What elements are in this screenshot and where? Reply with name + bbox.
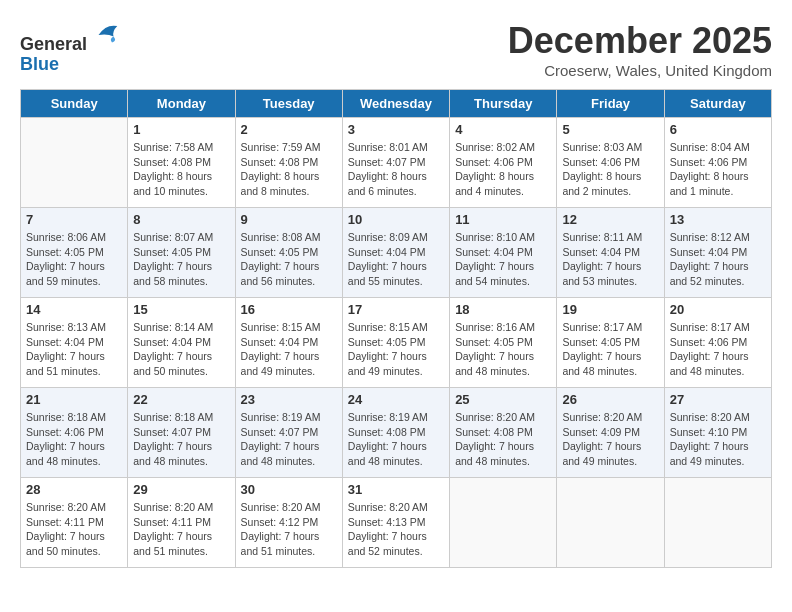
- title-block: December 2025 Croeserw, Wales, United Ki…: [508, 20, 772, 79]
- day-info: Sunrise: 8:20 AM Sunset: 4:12 PM Dayligh…: [241, 500, 337, 559]
- day-of-week-header: Sunday: [21, 90, 128, 118]
- day-info: Sunrise: 8:06 AM Sunset: 4:05 PM Dayligh…: [26, 230, 122, 289]
- calendar-cell: 25Sunrise: 8:20 AM Sunset: 4:08 PM Dayli…: [450, 388, 557, 478]
- calendar-cell: 10Sunrise: 8:09 AM Sunset: 4:04 PM Dayli…: [342, 208, 449, 298]
- calendar-cell: 6Sunrise: 8:04 AM Sunset: 4:06 PM Daylig…: [664, 118, 771, 208]
- calendar-cell: 16Sunrise: 8:15 AM Sunset: 4:04 PM Dayli…: [235, 298, 342, 388]
- calendar-cell: 14Sunrise: 8:13 AM Sunset: 4:04 PM Dayli…: [21, 298, 128, 388]
- day-of-week-header: Thursday: [450, 90, 557, 118]
- calendar-cell: 8Sunrise: 8:07 AM Sunset: 4:05 PM Daylig…: [128, 208, 235, 298]
- day-info: Sunrise: 8:03 AM Sunset: 4:06 PM Dayligh…: [562, 140, 658, 199]
- calendar-week-row: 14Sunrise: 8:13 AM Sunset: 4:04 PM Dayli…: [21, 298, 772, 388]
- day-info: Sunrise: 8:18 AM Sunset: 4:07 PM Dayligh…: [133, 410, 229, 469]
- calendar-table: SundayMondayTuesdayWednesdayThursdayFrid…: [20, 89, 772, 568]
- day-number: 6: [670, 122, 766, 137]
- month-title: December 2025: [508, 20, 772, 62]
- day-info: Sunrise: 8:08 AM Sunset: 4:05 PM Dayligh…: [241, 230, 337, 289]
- day-number: 13: [670, 212, 766, 227]
- calendar-cell: 26Sunrise: 8:20 AM Sunset: 4:09 PM Dayli…: [557, 388, 664, 478]
- day-info: Sunrise: 8:17 AM Sunset: 4:06 PM Dayligh…: [670, 320, 766, 379]
- day-number: 19: [562, 302, 658, 317]
- calendar-cell: 17Sunrise: 8:15 AM Sunset: 4:05 PM Dayli…: [342, 298, 449, 388]
- logo-blue: Blue: [20, 54, 59, 74]
- day-number: 4: [455, 122, 551, 137]
- day-info: Sunrise: 8:17 AM Sunset: 4:05 PM Dayligh…: [562, 320, 658, 379]
- day-number: 15: [133, 302, 229, 317]
- day-number: 20: [670, 302, 766, 317]
- day-number: 29: [133, 482, 229, 497]
- calendar-cell: 28Sunrise: 8:20 AM Sunset: 4:11 PM Dayli…: [21, 478, 128, 568]
- calendar-cell: 2Sunrise: 7:59 AM Sunset: 4:08 PM Daylig…: [235, 118, 342, 208]
- day-number: 12: [562, 212, 658, 227]
- day-number: 8: [133, 212, 229, 227]
- location: Croeserw, Wales, United Kingdom: [508, 62, 772, 79]
- day-number: 30: [241, 482, 337, 497]
- logo-bird-icon: [91, 20, 121, 50]
- day-of-week-header: Friday: [557, 90, 664, 118]
- calendar-cell: [21, 118, 128, 208]
- calendar-cell: [664, 478, 771, 568]
- calendar-cell: 29Sunrise: 8:20 AM Sunset: 4:11 PM Dayli…: [128, 478, 235, 568]
- calendar-cell: 27Sunrise: 8:20 AM Sunset: 4:10 PM Dayli…: [664, 388, 771, 478]
- calendar-week-row: 1Sunrise: 7:58 AM Sunset: 4:08 PM Daylig…: [21, 118, 772, 208]
- calendar-cell: 15Sunrise: 8:14 AM Sunset: 4:04 PM Dayli…: [128, 298, 235, 388]
- calendar-cell: 1Sunrise: 7:58 AM Sunset: 4:08 PM Daylig…: [128, 118, 235, 208]
- day-of-week-header: Tuesday: [235, 90, 342, 118]
- day-number: 11: [455, 212, 551, 227]
- calendar-cell: 11Sunrise: 8:10 AM Sunset: 4:04 PM Dayli…: [450, 208, 557, 298]
- calendar-cell: 21Sunrise: 8:18 AM Sunset: 4:06 PM Dayli…: [21, 388, 128, 478]
- day-info: Sunrise: 7:59 AM Sunset: 4:08 PM Dayligh…: [241, 140, 337, 199]
- day-info: Sunrise: 8:20 AM Sunset: 4:11 PM Dayligh…: [133, 500, 229, 559]
- day-info: Sunrise: 8:16 AM Sunset: 4:05 PM Dayligh…: [455, 320, 551, 379]
- day-info: Sunrise: 8:18 AM Sunset: 4:06 PM Dayligh…: [26, 410, 122, 469]
- day-info: Sunrise: 8:09 AM Sunset: 4:04 PM Dayligh…: [348, 230, 444, 289]
- calendar-week-row: 28Sunrise: 8:20 AM Sunset: 4:11 PM Dayli…: [21, 478, 772, 568]
- day-info: Sunrise: 8:13 AM Sunset: 4:04 PM Dayligh…: [26, 320, 122, 379]
- calendar-cell: 7Sunrise: 8:06 AM Sunset: 4:05 PM Daylig…: [21, 208, 128, 298]
- calendar-cell: 4Sunrise: 8:02 AM Sunset: 4:06 PM Daylig…: [450, 118, 557, 208]
- day-number: 5: [562, 122, 658, 137]
- calendar-cell: 20Sunrise: 8:17 AM Sunset: 4:06 PM Dayli…: [664, 298, 771, 388]
- day-number: 1: [133, 122, 229, 137]
- day-number: 26: [562, 392, 658, 407]
- calendar-cell: 30Sunrise: 8:20 AM Sunset: 4:12 PM Dayli…: [235, 478, 342, 568]
- logo-general: General: [20, 34, 87, 54]
- day-number: 17: [348, 302, 444, 317]
- day-number: 14: [26, 302, 122, 317]
- calendar-cell: 22Sunrise: 8:18 AM Sunset: 4:07 PM Dayli…: [128, 388, 235, 478]
- calendar-cell: 3Sunrise: 8:01 AM Sunset: 4:07 PM Daylig…: [342, 118, 449, 208]
- day-info: Sunrise: 8:07 AM Sunset: 4:05 PM Dayligh…: [133, 230, 229, 289]
- logo-text: General Blue: [20, 20, 121, 75]
- day-info: Sunrise: 8:20 AM Sunset: 4:08 PM Dayligh…: [455, 410, 551, 469]
- day-info: Sunrise: 8:10 AM Sunset: 4:04 PM Dayligh…: [455, 230, 551, 289]
- day-info: Sunrise: 7:58 AM Sunset: 4:08 PM Dayligh…: [133, 140, 229, 199]
- day-number: 16: [241, 302, 337, 317]
- day-info: Sunrise: 8:15 AM Sunset: 4:04 PM Dayligh…: [241, 320, 337, 379]
- day-info: Sunrise: 8:14 AM Sunset: 4:04 PM Dayligh…: [133, 320, 229, 379]
- day-info: Sunrise: 8:20 AM Sunset: 4:11 PM Dayligh…: [26, 500, 122, 559]
- day-number: 2: [241, 122, 337, 137]
- calendar-week-row: 7Sunrise: 8:06 AM Sunset: 4:05 PM Daylig…: [21, 208, 772, 298]
- day-info: Sunrise: 8:02 AM Sunset: 4:06 PM Dayligh…: [455, 140, 551, 199]
- day-of-week-header: Wednesday: [342, 90, 449, 118]
- day-info: Sunrise: 8:19 AM Sunset: 4:07 PM Dayligh…: [241, 410, 337, 469]
- page-header: General Blue December 2025 Croeserw, Wal…: [20, 20, 772, 79]
- calendar-cell: 9Sunrise: 8:08 AM Sunset: 4:05 PM Daylig…: [235, 208, 342, 298]
- calendar-cell: 12Sunrise: 8:11 AM Sunset: 4:04 PM Dayli…: [557, 208, 664, 298]
- day-number: 28: [26, 482, 122, 497]
- day-number: 3: [348, 122, 444, 137]
- day-number: 9: [241, 212, 337, 227]
- logo: General Blue: [20, 20, 121, 75]
- day-info: Sunrise: 8:11 AM Sunset: 4:04 PM Dayligh…: [562, 230, 658, 289]
- calendar-header-row: SundayMondayTuesdayWednesdayThursdayFrid…: [21, 90, 772, 118]
- day-of-week-header: Monday: [128, 90, 235, 118]
- day-number: 27: [670, 392, 766, 407]
- calendar-cell: 13Sunrise: 8:12 AM Sunset: 4:04 PM Dayli…: [664, 208, 771, 298]
- day-info: Sunrise: 8:12 AM Sunset: 4:04 PM Dayligh…: [670, 230, 766, 289]
- day-number: 10: [348, 212, 444, 227]
- day-number: 25: [455, 392, 551, 407]
- calendar-cell: [557, 478, 664, 568]
- calendar-cell: 24Sunrise: 8:19 AM Sunset: 4:08 PM Dayli…: [342, 388, 449, 478]
- day-info: Sunrise: 8:15 AM Sunset: 4:05 PM Dayligh…: [348, 320, 444, 379]
- calendar-week-row: 21Sunrise: 8:18 AM Sunset: 4:06 PM Dayli…: [21, 388, 772, 478]
